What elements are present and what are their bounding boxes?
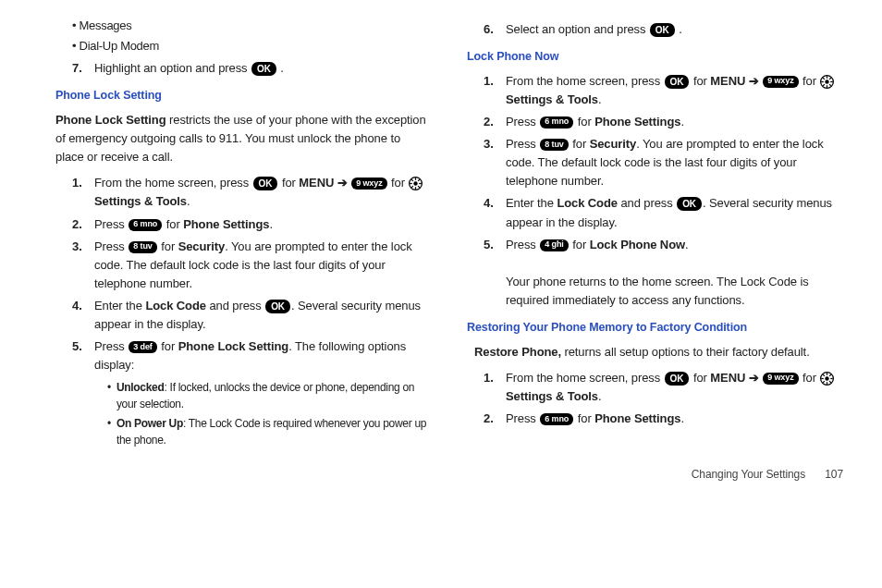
eight-key-icon: 8 tuv <box>129 241 157 253</box>
text-bold: Security <box>590 137 637 151</box>
step-text: Press 3 def for Phone Lock Setting. The … <box>94 337 432 374</box>
text-bold: MENU <box>710 371 745 385</box>
bullet-icon: • <box>107 379 111 413</box>
step-text: Highlight an option and press OK . <box>94 59 432 78</box>
bullet-messages: Messages <box>72 17 432 35</box>
page-footer: Changing Your Settings 107 <box>55 466 843 484</box>
option-unlocked: • Unlocked: If locked, unlocks the devic… <box>107 379 432 413</box>
text-bold: MENU <box>710 74 745 88</box>
text: for <box>693 371 707 385</box>
step-number: 1. <box>484 369 506 406</box>
step-number: 2. <box>484 113 506 131</box>
left-column: Messages Dial-Up Modem 7. Highlight an o… <box>55 17 432 451</box>
text: Unlocked: If locked, unlocks the device … <box>116 379 432 413</box>
step-text: From the home screen, press OK for MENU … <box>506 369 843 406</box>
ok-key-icon: OK <box>665 75 690 89</box>
text-bold: Lock Code <box>557 196 618 210</box>
text: From the home screen, press <box>506 371 660 385</box>
text: for <box>802 371 816 385</box>
text: Press <box>94 239 125 253</box>
text-bold: Unlocked <box>116 381 165 394</box>
text: From the home screen, press <box>506 74 660 88</box>
text-bold: Settings & Tools <box>506 389 598 403</box>
step-5: 5. Press 3 def for Phone Lock Setting. T… <box>72 337 432 374</box>
text: returns all setup options to their facto… <box>561 345 810 359</box>
text-bold: Phone Lock Setting <box>178 339 289 353</box>
step-text: Press 6 mno for Phone Settings. <box>506 410 843 428</box>
ok-key-icon: OK <box>251 62 276 76</box>
text-bold: Settings & Tools <box>506 92 598 106</box>
nine-key-icon: 9 wxyz <box>351 178 386 190</box>
text: for <box>693 74 707 88</box>
nine-key-icon: 9 wxyz <box>763 373 798 385</box>
text-bold: Phone Settings <box>594 411 680 425</box>
six-key-icon: 6 mno <box>540 413 573 425</box>
arrow-icon: ➔ <box>749 371 759 385</box>
step-number: 2. <box>484 410 506 428</box>
restore-step-1: 1. From the home screen, press OK for ME… <box>484 369 843 406</box>
step-number: 5. <box>72 337 94 374</box>
text-bold: Security <box>178 239 226 253</box>
step-4: 4. Enter the Lock Code and press OK. Sev… <box>72 297 432 334</box>
step-text: From the home screen, press OK for MENU … <box>506 72 843 109</box>
step-7: 7. Highlight an option and press OK . <box>72 59 432 78</box>
step-1: 1. From the home screen, press OK for ME… <box>72 174 432 211</box>
text: Press <box>506 137 536 151</box>
restore-step-2: 2. Press 6 mno for Phone Settings. <box>484 410 843 428</box>
step-text: Press 4 ghi for Lock Phone Now. Your pho… <box>506 236 843 311</box>
text-bold: Phone Lock Setting <box>55 113 166 127</box>
text: Your phone returns to the home screen. T… <box>506 275 809 307</box>
lpn-step-1: 1. From the home screen, press OK for ME… <box>484 72 843 109</box>
section-name: Changing Your Settings <box>692 468 805 481</box>
text: and press <box>209 299 261 312</box>
step-number: 1. <box>484 72 506 109</box>
step-text: From the home screen, press OK for MENU … <box>94 174 432 211</box>
bullet-icon: • <box>107 415 111 449</box>
step-number: 7. <box>72 59 94 78</box>
text: for <box>282 176 296 190</box>
step-number: 4. <box>484 194 506 231</box>
text: Press <box>506 238 536 251</box>
text: for <box>802 74 816 88</box>
ok-key-icon: OK <box>677 197 702 211</box>
six-key-icon: 6 mno <box>540 116 573 129</box>
text-bold: Lock Code <box>145 299 206 312</box>
text: Press <box>94 217 125 231</box>
step-number: 3. <box>484 135 506 190</box>
restore-factory-heading: Restoring Your Phone Memory to Factory C… <box>467 319 843 337</box>
lpn-step-2: 2. Press 6 mno for Phone Settings. <box>484 113 843 131</box>
lpn-step-4: 4. Enter the Lock Code and press OK. Sev… <box>484 194 843 231</box>
step-number: 2. <box>72 215 94 234</box>
right-column: 6. Select an option and press OK . Lock … <box>467 17 843 451</box>
text: Press <box>94 339 125 353</box>
text: From the home screen, press <box>94 176 249 190</box>
step-number: 3. <box>72 238 94 293</box>
text: Enter the <box>94 299 142 312</box>
lpn-step-3: 3. Press 8 tuv for Security. You are pro… <box>484 135 843 190</box>
text: for <box>572 137 586 151</box>
text-bold: Lock Phone Now <box>590 238 685 251</box>
lock-phone-now-heading: Lock Phone Now <box>467 48 843 66</box>
text: Press <box>506 115 536 129</box>
arrow-icon: ➔ <box>337 176 348 190</box>
ok-key-icon: OK <box>265 300 290 313</box>
text: for <box>166 217 180 231</box>
ok-key-icon: OK <box>650 23 675 37</box>
step-3: 3. Press 8 tuv for Security. You are pro… <box>72 238 432 293</box>
six-key-icon: 6 mno <box>129 219 162 231</box>
text-bold: Restore Phone, <box>474 345 561 359</box>
four-key-icon: 4 ghi <box>540 239 569 251</box>
eight-key-icon: 8 tuv <box>540 139 569 151</box>
step-2: 2. Press 6 mno for Phone Settings. <box>72 215 432 234</box>
gear-icon <box>820 75 834 89</box>
text: On Power Up: The Lock Code is required w… <box>116 415 432 449</box>
step-number: 4. <box>72 297 94 334</box>
text: for <box>391 176 405 190</box>
ok-key-icon: OK <box>665 372 690 386</box>
restore-intro: Restore Phone, returns all setup options… <box>474 343 843 361</box>
text-bold: Phone Settings <box>594 115 680 129</box>
phone-lock-intro: Phone Lock Setting restricts the use of … <box>55 111 432 166</box>
text-bold: Phone Settings <box>183 217 269 231</box>
text: Press <box>506 411 536 425</box>
text: for <box>578 115 592 129</box>
